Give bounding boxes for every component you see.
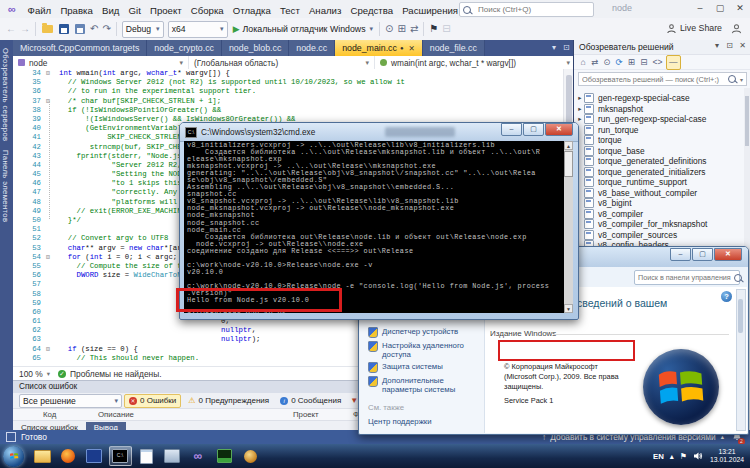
minimize-button[interactable]: – <box>501 123 522 136</box>
save-all-icon[interactable] <box>75 24 85 34</box>
fold-icon[interactable]: ⊟ <box>46 253 50 262</box>
console-scrollbar[interactable]: ▲ ▼ <box>564 141 573 313</box>
menu-tools[interactable]: Средства <box>346 2 398 19</box>
refresh-icon[interactable]: ⟳ <box>616 56 623 69</box>
support-center-link[interactable]: Центр поддержки <box>368 417 432 426</box>
column-project[interactable]: Проект <box>293 410 353 419</box>
tree-item[interactable]: torque_runtime_support <box>574 177 744 187</box>
solution-search-box[interactable]: ▾ <box>578 72 747 86</box>
errors-filter-button[interactable]: ✕0 Ошибки <box>124 394 181 408</box>
expand-arrow-icon[interactable]: ▸ <box>576 94 584 102</box>
tab-node-blob[interactable]: node_blob.cc <box>222 40 289 56</box>
scroll-down-icon[interactable]: ▼ <box>564 304 573 313</box>
column-code[interactable]: Код <box>43 410 98 419</box>
control-panel-search-input[interactable] <box>635 273 734 282</box>
float-window-icon[interactable]: ⊡ <box>726 41 733 50</box>
navigate-back-icon[interactable]: ← <box>6 19 16 39</box>
cmd-titlebar[interactable]: C:\ C:\Windows\system32\cmd.exe – ▢ ✕ <box>180 123 578 142</box>
navigate-forward-icon[interactable]: → <box>20 19 30 39</box>
tree-item[interactable]: v8_compiler_for_mksnapshot <box>574 219 744 229</box>
menu-git[interactable]: Git <box>124 2 145 19</box>
expand-arrow-icon[interactable]: ▸ <box>576 105 584 113</box>
project-dropdown[interactable]: node▾ <box>13 56 189 69</box>
tab-node-cc[interactable]: node.cc <box>289 40 335 56</box>
tab-cppcommon-targets[interactable]: Microsoft.CppCommon.targets <box>13 40 147 56</box>
messages-filter-button[interactable]: i0 Сообщения <box>276 395 345 407</box>
menu-analyze[interactable]: Анализ <box>304 2 346 19</box>
feedback-icon[interactable] <box>731 23 742 34</box>
redo-icon[interactable]: ↷ <box>102 19 110 39</box>
scroll-thumb[interactable] <box>564 151 573 177</box>
collapse-all-icon[interactable]: ⊟ <box>640 56 647 69</box>
minimize-button[interactable]: – <box>670 248 691 261</box>
error-scope-dropdown[interactable]: Все решение▾ <box>19 394 122 408</box>
find-in-files-icon[interactable]: ⊞ <box>397 19 405 39</box>
tab-node-main[interactable]: node_main.cc●✕ <box>335 40 423 56</box>
close-button[interactable]: ✕ <box>545 123 573 136</box>
indent-icon[interactable]: ⊟ <box>442 19 450 39</box>
preview-selected-icon[interactable]: ― <box>666 55 681 70</box>
system-protection-link[interactable]: Защита системы <box>368 362 443 373</box>
live-share-button[interactable]: Live Share <box>666 18 722 38</box>
taskbar-clock[interactable]: 13:2113.01.2024 <box>710 448 744 464</box>
control-panel-search-box[interactable] <box>634 270 740 285</box>
pending-changes-icon[interactable]: ⊙ <box>603 56 610 69</box>
search-input[interactable] <box>475 5 593 14</box>
tree-item[interactable]: ▸run_gen-regexp-special-case <box>574 114 744 124</box>
menu-edit[interactable]: Правка <box>56 2 98 19</box>
menu-project[interactable]: Проект <box>145 2 186 19</box>
attach-process-icon[interactable]: ⊙ <box>385 19 393 39</box>
expand-arrow-icon[interactable]: ▸ <box>576 115 584 123</box>
solution-search-input[interactable] <box>579 75 728 84</box>
tree-item[interactable]: ▸mksnapshot <box>574 104 744 114</box>
tree-item[interactable]: torque_base <box>574 146 744 156</box>
tree-item[interactable]: run_torque <box>574 125 744 135</box>
menu-test[interactable]: Тест <box>275 2 304 19</box>
fold-icon[interactable]: ⊟ <box>46 69 50 78</box>
zoom-level-dropdown[interactable]: 100 % <box>19 369 43 379</box>
tree-item[interactable]: v8_bigint <box>574 198 744 208</box>
platform-dropdown[interactable]: x64▾ <box>168 21 228 38</box>
switch-views-icon[interactable]: ⇄ <box>591 56 598 69</box>
advanced-settings-link[interactable]: Дополнительные параметры системы <box>368 376 473 394</box>
menu-view[interactable]: Вид <box>97 2 124 19</box>
maximize-button[interactable]: ▢ <box>710 0 730 17</box>
taskbar-button-visual-studio[interactable]: ∞ <box>187 446 210 466</box>
taskbar-button-control-panel[interactable] <box>161 446 184 466</box>
minimize-button[interactable]: – <box>690 0 710 17</box>
taskbar-button-notepad[interactable] <box>135 446 158 466</box>
tab-node-crypto[interactable]: node_crypto.cc <box>147 40 222 56</box>
show-hidden-icons[interactable]: ▴ <box>670 452 674 461</box>
member-dropdown[interactable]: wmain(int argc, wchar_t * wargv[])▾ <box>375 56 575 69</box>
toolbox-tab[interactable]: Панель элементов <box>1 150 10 222</box>
column-description[interactable]: Описание <box>98 410 293 419</box>
undo-icon[interactable]: ↶ <box>90 19 98 39</box>
home-icon[interactable]: ⌂ <box>581 56 586 69</box>
start-debugging-button[interactable]: ▶Локальный отладчик Windows▾ <box>233 24 373 34</box>
warnings-filter-button[interactable]: ⚠0 Предупреждения <box>184 395 273 407</box>
bookmark-icon[interactable]: ⚑ <box>429 19 438 39</box>
taskbar-button-cmd[interactable]: C:\ <box>109 446 132 466</box>
menu-debug[interactable]: Отладка <box>228 2 275 19</box>
nest-files-icon[interactable]: ⊞ <box>628 56 635 69</box>
configuration-dropdown[interactable]: Debug▾ <box>122 21 164 38</box>
remote-settings-link[interactable]: Настройка удаленного доступа <box>368 341 473 359</box>
tree-item[interactable]: ▸gen-regexp-special-case <box>574 93 744 103</box>
start-button[interactable] <box>3 446 24 467</box>
tree-item[interactable]: torque_generated_definitions <box>574 156 744 166</box>
close-tab-icon[interactable]: ✕ <box>409 44 415 53</box>
fold-icon[interactable]: ⊟ <box>46 345 50 354</box>
menu-file[interactable]: Файл <box>23 2 56 19</box>
system-scrollbar[interactable] <box>736 289 746 431</box>
tree-item[interactable]: v8_compiler <box>574 209 744 219</box>
sync-namespace-icon[interactable]: ⇄ <box>410 19 418 39</box>
taskbar-button-task-manager[interactable] <box>213 446 236 466</box>
save-icon[interactable] <box>59 24 69 34</box>
menu-build[interactable]: Сборка <box>186 2 228 19</box>
tree-item[interactable]: torque_generated_initializers <box>574 167 744 177</box>
window-position-icon[interactable]: ▾ <box>715 41 719 50</box>
device-manager-link[interactable]: Диспетчер устройств <box>368 327 458 338</box>
taskbar-button-media-app[interactable] <box>83 446 106 466</box>
open-file-icon[interactable] <box>42 25 53 33</box>
menu-extensions[interactable]: Расширения <box>398 2 463 19</box>
